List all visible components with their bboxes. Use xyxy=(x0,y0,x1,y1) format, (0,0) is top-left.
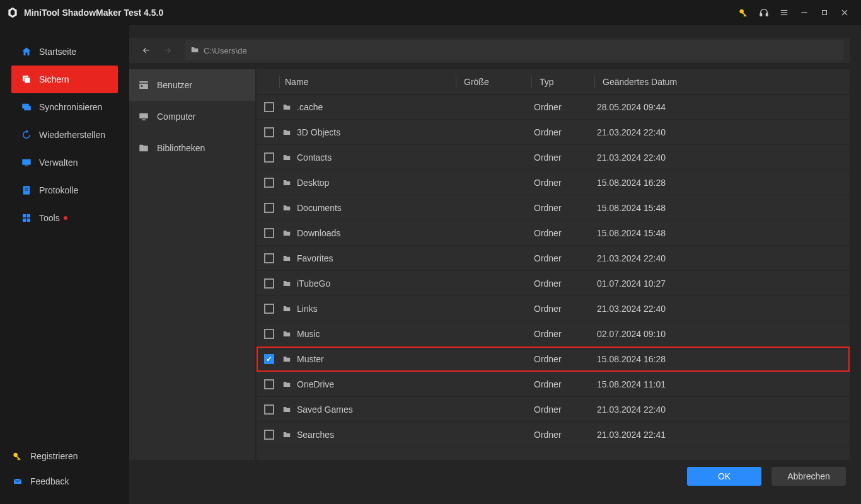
row-type: Ordner xyxy=(534,329,597,339)
folder-pane-item[interactable]: Computer xyxy=(129,101,255,132)
license-key-icon[interactable] xyxy=(734,3,754,23)
svg-rect-4 xyxy=(781,14,788,15)
sidebar-bottom-mail[interactable]: Feedback xyxy=(11,469,118,494)
row-checkbox[interactable] xyxy=(264,152,274,163)
svg-rect-6 xyxy=(823,11,827,15)
sidebar-item-home[interactable]: Startseite xyxy=(11,38,118,66)
file-row[interactable]: ContactsOrdner21.03.2024 22:40 xyxy=(257,145,850,170)
cancel-button[interactable]: Abbrechen xyxy=(771,467,846,486)
sidebar-bottom-label: Feedback xyxy=(30,476,69,486)
row-checkbox[interactable] xyxy=(264,278,274,289)
row-type: Ordner xyxy=(534,354,597,364)
file-row[interactable]: LinksOrdner21.03.2024 22:40 xyxy=(257,296,850,321)
row-checkbox[interactable] xyxy=(264,354,274,364)
row-date: 21.03.2024 22:40 xyxy=(597,152,850,163)
row-checkbox[interactable] xyxy=(264,253,274,263)
path-field[interactable]: C:\Users\de xyxy=(185,40,843,60)
row-type: Ordner xyxy=(534,379,597,389)
folder-pane-item[interactable]: Bibliotheken xyxy=(129,132,255,164)
row-type: Ordner xyxy=(534,203,597,213)
sidebar-item-label: Tools xyxy=(39,213,60,223)
sidebar-bottom-key[interactable]: Registrieren xyxy=(11,444,118,469)
row-date: 21.03.2024 22:40 xyxy=(597,127,850,137)
col-name[interactable]: Name xyxy=(279,76,456,88)
user-icon xyxy=(137,79,151,91)
headset-icon[interactable] xyxy=(754,3,774,23)
file-row[interactable]: iTubeGoOrdner01.07.2024 10:27 xyxy=(257,271,850,296)
file-row[interactable]: MusterOrdner15.08.2024 16:28 xyxy=(257,346,850,372)
file-row[interactable]: OneDriveOrdner15.08.2024 11:01 xyxy=(257,372,850,397)
row-name: Searches xyxy=(297,430,458,440)
sidebar-item-backup[interactable]: Sichern xyxy=(11,66,118,93)
row-checkbox[interactable] xyxy=(264,203,274,213)
svg-rect-16 xyxy=(25,188,28,188)
row-checkbox[interactable] xyxy=(264,102,274,112)
row-checkbox[interactable] xyxy=(264,178,274,188)
file-row[interactable]: MusicOrdner02.07.2024 09:10 xyxy=(257,321,850,346)
file-row[interactable]: Saved GamesOrdner21.03.2024 22:40 xyxy=(257,397,850,422)
backup-icon xyxy=(20,74,33,85)
file-row[interactable]: .cacheOrdner28.05.2024 09:44 xyxy=(257,94,850,120)
col-date[interactable]: Geändertes Datum xyxy=(594,76,850,88)
row-name: Contacts xyxy=(297,152,458,163)
footer: OK Abbrechen xyxy=(129,460,850,493)
folder-icon xyxy=(282,153,293,162)
sidebar-item-sync[interactable]: Synchronisieren xyxy=(11,93,118,121)
close-icon[interactable] xyxy=(835,3,855,23)
sidebar-item-logs[interactable]: Protokolle xyxy=(11,176,118,204)
folder-icon xyxy=(282,229,293,238)
row-name: Desktop xyxy=(297,178,458,188)
file-rows[interactable]: .cacheOrdner28.05.2024 09:443D ObjectsOr… xyxy=(257,94,850,460)
folder-icon xyxy=(282,279,293,288)
row-date: 21.03.2024 22:41 xyxy=(597,430,850,440)
logs-icon xyxy=(20,185,33,196)
files-pane: Name Größe Typ Geändertes Datum .cacheOr… xyxy=(257,69,850,460)
file-row[interactable]: 3D ObjectsOrdner21.03.2024 22:40 xyxy=(257,120,850,145)
row-checkbox[interactable] xyxy=(264,228,274,238)
row-name: OneDrive xyxy=(297,379,458,389)
folder-icon xyxy=(282,254,293,263)
row-date: 15.08.2024 11:01 xyxy=(597,379,850,389)
file-row[interactable]: DocumentsOrdner15.08.2024 15:48 xyxy=(257,195,850,220)
sidebar-item-restore[interactable]: Wiederherstellen xyxy=(11,121,118,149)
row-checkbox[interactable] xyxy=(264,127,274,137)
sidebar-item-manage[interactable]: Verwalten xyxy=(11,149,118,176)
svg-rect-12 xyxy=(24,106,31,111)
row-checkbox[interactable] xyxy=(264,430,274,440)
mail-icon xyxy=(11,476,24,486)
ok-button[interactable]: OK xyxy=(687,467,761,486)
svg-rect-24 xyxy=(139,84,148,89)
key-icon xyxy=(11,451,24,461)
svg-rect-13 xyxy=(22,159,31,165)
folder-icon xyxy=(282,329,293,338)
manage-icon xyxy=(20,157,33,168)
row-name: Saved Games xyxy=(297,404,458,415)
folder-icon xyxy=(282,203,293,212)
row-date: 21.03.2024 22:40 xyxy=(597,304,850,314)
svg-rect-21 xyxy=(27,219,30,222)
file-row[interactable]: FavoritesOrdner21.03.2024 22:40 xyxy=(257,246,850,271)
row-checkbox[interactable] xyxy=(264,304,274,314)
col-type[interactable]: Typ xyxy=(531,76,594,88)
nav-back-icon[interactable] xyxy=(136,40,157,61)
menu-icon[interactable] xyxy=(774,3,794,23)
file-row[interactable]: DesktopOrdner15.08.2024 16:28 xyxy=(257,170,850,195)
maximize-icon[interactable] xyxy=(814,3,835,23)
file-row[interactable]: DownloadsOrdner15.08.2024 15:48 xyxy=(257,220,850,246)
row-date: 02.07.2024 09:10 xyxy=(597,329,850,339)
row-checkbox[interactable] xyxy=(264,404,274,415)
col-size[interactable]: Größe xyxy=(456,76,531,88)
row-date: 15.08.2024 16:28 xyxy=(597,354,850,364)
minimize-icon[interactable] xyxy=(794,3,814,23)
row-checkbox[interactable] xyxy=(264,329,274,339)
row-type: Ordner xyxy=(534,178,597,188)
row-date: 15.08.2024 15:48 xyxy=(597,228,850,238)
row-checkbox[interactable] xyxy=(264,379,274,389)
library-icon xyxy=(137,142,151,154)
sidebar: StartseiteSichernSynchronisierenWiederhe… xyxy=(0,25,129,504)
nav-forward-icon[interactable] xyxy=(157,40,178,61)
folder-pane-item[interactable]: Benutzer xyxy=(129,69,255,101)
sidebar-item-tools[interactable]: Tools xyxy=(11,204,118,232)
row-name: Muster xyxy=(297,354,458,364)
file-row[interactable]: SearchesOrdner21.03.2024 22:41 xyxy=(257,422,850,447)
